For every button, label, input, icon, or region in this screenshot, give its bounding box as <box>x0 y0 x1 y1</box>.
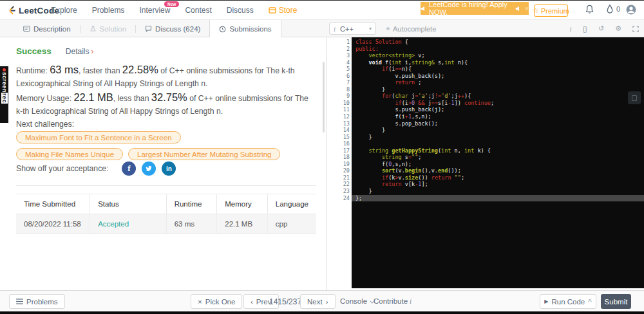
tab-bar: Description Solution Discuss (624) Submi… <box>0 20 644 37</box>
code-line: v.push_back(s); <box>352 73 644 80</box>
code-editor[interactable]: 1▾234▾5▾6789▾1011121314151617▾1819202122… <box>327 37 644 288</box>
next-button[interactable]: Next › <box>300 294 336 309</box>
table-header-row: Time SubmittedStatusRuntimeMemoryLanguag… <box>16 194 316 214</box>
tab-discuss[interactable]: Discuss (624) <box>136 20 209 37</box>
play-icon: ▶ <box>544 299 548 304</box>
success-status: Success <box>16 46 52 56</box>
line-number: 24 <box>328 195 352 202</box>
chevron-down-icon: ▾ <box>369 26 372 32</box>
speaker-icon <box>421 6 426 12</box>
code-line: f(0,s,n); <box>352 161 644 168</box>
table-cell-runtime: 63 ms <box>166 214 217 234</box>
challenge-pills-row2: Making File Names UniqueLargest Number A… <box>16 148 280 160</box>
table-cell-status[interactable]: Accepted <box>90 214 167 234</box>
line-number: 9▾ <box>328 93 352 100</box>
table-cell-time: 08/20/2022 11:58 <box>16 214 90 234</box>
menu-icon <box>16 299 23 304</box>
line-number: 19 <box>328 161 352 168</box>
left-panel-scrollbar[interactable] <box>323 62 325 133</box>
shuffle-icon: × <box>198 298 202 306</box>
table-header-cell: Runtime <box>166 194 217 214</box>
nav-interview[interactable]: InterviewNew <box>139 6 170 15</box>
code-line: string s=""; <box>352 154 644 161</box>
line-number: 5▾ <box>328 66 352 73</box>
challenge-pill[interactable]: Making File Names Unique <box>16 148 123 160</box>
code-line: } <box>352 188 644 195</box>
reset-code-icon[interactable]: ↺ <box>598 24 604 33</box>
problems-button[interactable]: Problems <box>9 294 65 309</box>
avatar[interactable] <box>625 4 637 15</box>
twitter-share-icon[interactable] <box>142 162 156 176</box>
code-line: return ; <box>352 79 644 86</box>
table-row[interactable]: 08/20/2022 11:58Accepted63 ms22.1 MBcpp <box>16 214 316 234</box>
top-navbar: LeetCode Explore Problems InterviewNew C… <box>0 1 644 20</box>
chat-bubble-icon <box>145 25 152 32</box>
language-select[interactable]: i C++ ▾ <box>329 23 376 35</box>
star-icon: ☆ <box>533 6 539 15</box>
premium-button[interactable]: ☆ Premium <box>534 5 568 17</box>
line-number: 20 <box>328 167 352 174</box>
line-number: 23 <box>328 188 352 195</box>
facebook-share-icon[interactable]: f <box>122 162 136 176</box>
linkedin-share-icon[interactable]: in <box>162 162 176 176</box>
autocomplete-toggle[interactable]: Autocomplete <box>386 23 436 35</box>
code-line: class Solution { <box>352 39 644 46</box>
line-number: 1▾ <box>328 39 352 46</box>
editor-info-icon[interactable]: i <box>569 25 571 33</box>
language-value: C++ <box>340 25 354 33</box>
points-indicator[interactable]: 0 <box>606 4 620 14</box>
table-header-cell: Time Submitted <box>16 194 90 214</box>
caret-up-icon: ^ <box>588 298 591 306</box>
format-brackets-icon[interactable]: {} <box>583 25 587 33</box>
code-line: } <box>352 86 644 93</box>
code-line: f(i+1,s,n); <box>352 113 644 120</box>
code-line: if(k>v.size()) return ""; <box>352 174 644 181</box>
code-line: for(char j='a';j!='d';j++){ <box>352 93 644 100</box>
screen-border <box>0 311 644 314</box>
contribute-link[interactable]: Contributei <box>374 297 412 305</box>
console-toggle[interactable]: Console <box>340 297 373 305</box>
code-line: vector<string> v; <box>352 52 644 59</box>
code-lines: class Solution {public: vector<string> v… <box>352 39 644 201</box>
store-icon <box>269 7 276 14</box>
code-line: public: <box>352 46 644 53</box>
nav-explore[interactable]: Explore <box>51 6 77 15</box>
line-number: 16 <box>328 140 352 147</box>
memory-stats: Memory Usage: 22.1 MB, less than 32.75% … <box>16 89 317 117</box>
autocomplete-dot-icon <box>386 27 390 30</box>
nav-problems[interactable]: Problems <box>92 6 125 15</box>
fullscreen-icon[interactable] <box>632 26 639 32</box>
run-code-button[interactable]: ▶ Run Code ^ <box>540 294 596 309</box>
notifications-bell-icon[interactable] <box>585 4 594 15</box>
tab-submissions[interactable]: Submissions <box>209 20 281 38</box>
info-icon: i <box>334 25 336 33</box>
hiring-banner[interactable]: LeetCode is hiring! Apply NOW. × <box>421 2 529 15</box>
copy-code-button[interactable] <box>628 91 641 104</box>
nav-contest[interactable]: Contest <box>185 6 211 15</box>
submit-button[interactable]: Submit <box>601 294 631 309</box>
code-area[interactable]: class Solution {public: vector<string> v… <box>352 37 644 288</box>
droplet-icon <box>606 4 614 14</box>
line-number: 10 <box>328 100 352 107</box>
banner-close-icon[interactable]: × <box>525 5 529 12</box>
nav-discuss[interactable]: Discuss <box>227 6 254 15</box>
challenge-pill[interactable]: Largest Number After Mutating Substring <box>128 148 280 160</box>
tab-description[interactable]: Description <box>14 20 80 37</box>
nav-store[interactable]: Store <box>269 6 298 15</box>
pick-one-button[interactable]: × Pick One <box>191 294 242 309</box>
code-line: s.push_back(j); <box>352 106 644 113</box>
runtime-value: 63 ms <box>50 64 79 75</box>
code-line: if(i>0 && j==s[i-1]) continue; <box>352 100 644 107</box>
line-number: 14 <box>328 127 352 134</box>
line-number: 6 <box>328 73 352 80</box>
memory-value: 22.1 MB <box>73 91 113 103</box>
record-dot-icon <box>3 68 6 71</box>
divider <box>16 185 316 186</box>
settings-gear-icon[interactable]: ⚙ <box>615 24 621 33</box>
line-number: 12 <box>328 113 352 120</box>
details-link[interactable]: Details› <box>66 47 94 56</box>
chevron-left-icon: ‹ <box>251 298 253 306</box>
challenge-pill[interactable]: Maximum Font to Fit a Sentence in a Scre… <box>16 131 181 143</box>
tab-solution[interactable]: Solution <box>80 20 136 37</box>
bottom-bar: Problems × Pick One ‹ Prev 1415/2378 Nex… <box>0 290 644 311</box>
